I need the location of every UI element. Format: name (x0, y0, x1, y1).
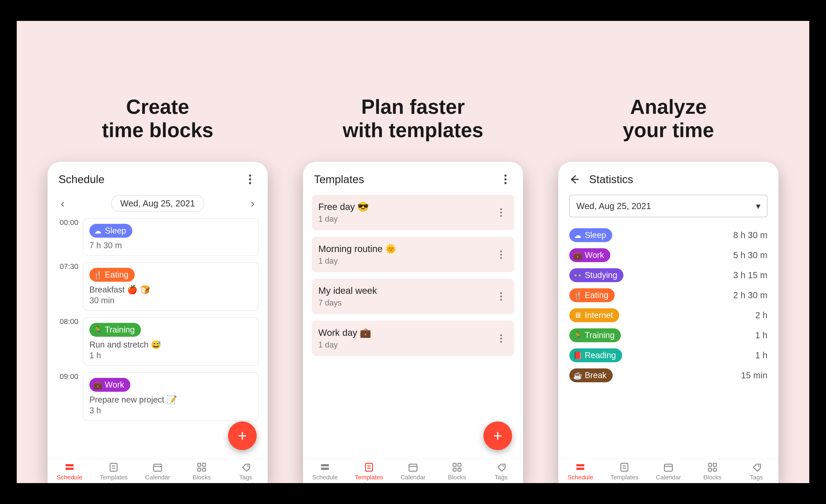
tag-training[interactable]: 🏃 Training (569, 328, 621, 342)
nav-templates[interactable]: Templates (604, 462, 644, 481)
nav-label: Schedule (57, 474, 82, 481)
nav-calendar[interactable]: Calendar (393, 462, 433, 481)
nav-calendar[interactable]: Calendar (138, 462, 177, 481)
page-title: Statistics (589, 173, 767, 186)
nav-calendar[interactable]: Calendar (649, 462, 688, 481)
screen-icon: 🖥 (573, 311, 582, 320)
date-select[interactable]: Wed, Aug 25, 2021 ▾ (569, 195, 767, 217)
tag-training: 🏃 Training (90, 323, 141, 337)
chevron-down-icon: ▾ (756, 201, 760, 211)
svg-rect-8 (154, 464, 162, 471)
block-card[interactable]: 💼 Work Prepare new project 📝 3 h (83, 372, 259, 421)
tag-label: Studying (585, 270, 617, 280)
svg-point-19 (500, 212, 502, 213)
nav-schedule[interactable]: Schedule (50, 462, 90, 481)
tag-sleep[interactable]: ☁ Sleep (569, 228, 612, 242)
template-more-icon[interactable] (494, 332, 508, 345)
svg-point-28 (500, 337, 502, 339)
stat-row: 🏃 Training 1 h (569, 328, 767, 342)
svg-point-25 (500, 296, 502, 297)
stat-row: 💼 Work 5 h 30 m (569, 248, 767, 262)
nav-label: Schedule (312, 474, 338, 481)
calendar-icon (663, 462, 674, 472)
template-duration: 1 day (318, 340, 494, 350)
time-label: 00:00 (52, 216, 78, 227)
next-day-button[interactable]: › (246, 195, 259, 212)
svg-point-0 (249, 175, 251, 177)
nav-templates[interactable]: Templates (349, 462, 389, 481)
block-card[interactable]: 🍴 Eating Breakfast 🍎 🍞 30 min (83, 262, 259, 311)
add-block-fab[interactable]: + (228, 422, 257, 450)
date-chip[interactable]: Wed, Aug 25, 2021 (111, 195, 204, 212)
svg-rect-49 (708, 463, 712, 466)
run-icon: 🏃 (93, 325, 102, 334)
stat-value: 1 h (755, 351, 767, 360)
more-icon[interactable] (243, 173, 257, 186)
nav-label: Tags (494, 474, 508, 481)
tag-label: Training (585, 330, 615, 340)
svg-rect-10 (198, 463, 201, 466)
block-description: Prepare new project 📝 (90, 395, 252, 404)
tag-eating[interactable]: 🍴 Eating (569, 288, 615, 302)
stat-value: 15 min (741, 370, 767, 380)
block-card[interactable]: ☁ Sleep 7 h 30 m (83, 218, 259, 256)
tag-studying[interactable]: 👓 Studying (569, 268, 624, 282)
template-card[interactable]: Work day 💼 1 day (312, 321, 514, 356)
nav-label: Calendar (656, 474, 681, 481)
tag-internet[interactable]: 🖥 Internet (569, 308, 619, 322)
svg-rect-42 (576, 464, 584, 466)
back-icon[interactable] (569, 173, 583, 186)
nav-tags[interactable]: Tags (481, 462, 521, 481)
stat-row: 🍴 Eating 2 h 30 m (569, 288, 767, 302)
bottom-nav: Schedule Templates Calendar Blocks Tags (48, 459, 268, 483)
nav-label: Blocks (448, 474, 466, 481)
template-more-icon[interactable] (494, 290, 508, 303)
schedule-icon (575, 462, 586, 472)
template-list: Free day 😎 1 day Morning routine 🌞 1 day… (303, 193, 523, 459)
svg-rect-37 (453, 463, 456, 466)
add-template-fab[interactable]: + (483, 422, 512, 450)
svg-point-23 (500, 257, 502, 259)
template-card[interactable]: Free day 😎 1 day (312, 195, 514, 230)
tag-label: Break (585, 371, 606, 380)
glass-icon: 👓 (573, 271, 582, 280)
nav-blocks[interactable]: Blocks (182, 462, 222, 481)
tag-work[interactable]: 💼 Work (569, 248, 610, 262)
nav-schedule[interactable]: Schedule (560, 462, 600, 481)
template-title: My ideal week (318, 286, 494, 296)
tag-work: 💼 Work (90, 378, 130, 392)
template-more-icon[interactable] (494, 206, 508, 219)
time-row: 09:00 💼 Work Prepare new project 📝 3 h (52, 370, 263, 426)
tag-break[interactable]: ☕ Break (569, 368, 613, 382)
nav-blocks[interactable]: Blocks (693, 462, 732, 481)
nav-label: Tags (750, 474, 763, 481)
nav-label: Calendar (145, 474, 170, 481)
nav-schedule[interactable]: Schedule (305, 462, 345, 481)
svg-rect-11 (202, 463, 205, 466)
svg-point-18 (500, 208, 502, 210)
more-icon[interactable] (499, 173, 512, 186)
template-card[interactable]: My ideal week 7 days (312, 279, 514, 314)
prev-day-button[interactable]: ‹ (56, 195, 69, 212)
block-description: Run and stretch 😅 (90, 340, 252, 350)
nav-templates[interactable]: Templates (94, 462, 133, 481)
tag-label: Sleep (105, 226, 126, 236)
appbar: Templates (303, 162, 523, 193)
template-main: Morning routine 🌞 1 day (318, 243, 494, 266)
block-duration: 3 h (90, 406, 252, 415)
svg-rect-39 (453, 468, 456, 471)
template-more-icon[interactable] (494, 248, 508, 261)
nav-label: Tags (239, 474, 252, 481)
template-main: Work day 💼 1 day (318, 327, 494, 350)
svg-point-53 (758, 465, 759, 466)
nav-tags[interactable]: Tags (226, 462, 266, 481)
nav-tags[interactable]: Tags (736, 462, 776, 481)
date-nav: ‹ Wed, Aug 25, 2021 › (48, 193, 268, 216)
appbar: Statistics (558, 162, 778, 193)
block-card[interactable]: 🏃 Training Run and stretch 😅 1 h (83, 317, 259, 366)
block-description: Breakfast 🍎 🍞 (90, 285, 252, 295)
template-card[interactable]: Morning routine 🌞 1 day (312, 237, 514, 272)
tag-reading[interactable]: 📕 Reading (569, 349, 622, 362)
svg-point-20 (500, 215, 502, 217)
nav-blocks[interactable]: Blocks (437, 462, 477, 481)
